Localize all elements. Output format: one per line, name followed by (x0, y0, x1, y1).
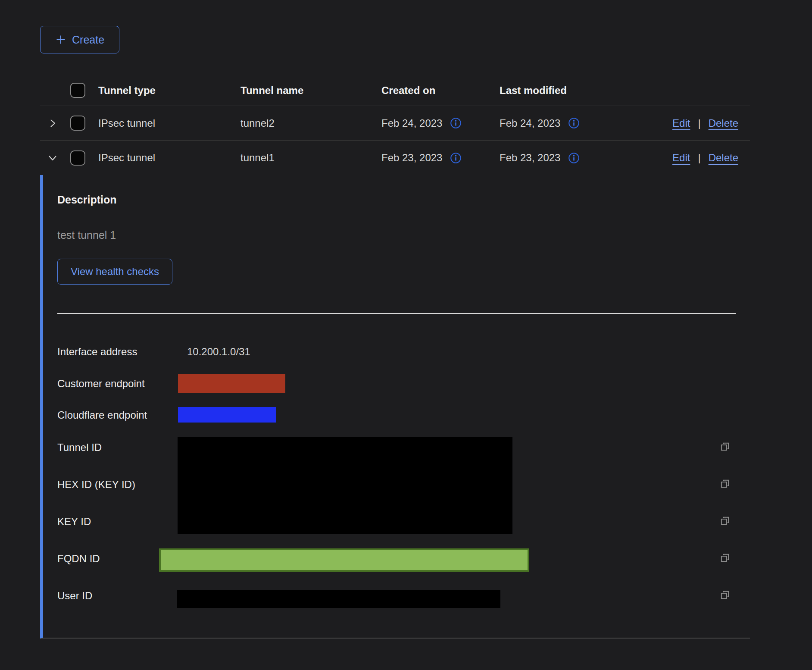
info-icon[interactable] (450, 117, 462, 129)
view-health-checks-button[interactable]: View health checks (57, 259, 172, 285)
tunnel-name-cell: tunnel2 (240, 117, 381, 129)
edit-link[interactable]: Edit (672, 117, 690, 129)
select-all-checkbox[interactable] (70, 83, 85, 98)
copy-icon[interactable] (719, 441, 731, 452)
chevron-right-icon[interactable] (47, 117, 59, 129)
row-checkbox[interactable] (70, 150, 85, 166)
edit-link[interactable]: Edit (672, 152, 690, 164)
fqdn-id-label: FQDN ID (57, 552, 100, 565)
info-icon[interactable] (450, 152, 462, 164)
user-id-label: User ID (57, 589, 92, 602)
tunnel-type-cell: IPsec tunnel (98, 152, 240, 164)
tunnel-name-cell: tunnel1 (240, 152, 381, 164)
user-id-redaction (177, 590, 500, 608)
fqdn-id-redaction (159, 548, 529, 572)
created-on-value: Feb 24, 2023 (381, 117, 442, 129)
customer-endpoint-label: Customer endpoint (57, 377, 145, 390)
create-button[interactable]: Create (40, 26, 119, 53)
row-checkbox[interactable] (70, 116, 85, 131)
cloudflare-endpoint-label: Cloudflare endpoint (57, 409, 147, 422)
tunnel-id-group-redaction (178, 437, 512, 534)
select-all-cell (63, 83, 98, 98)
tunnel-type-cell: IPsec tunnel (98, 117, 240, 129)
copy-icon[interactable] (719, 478, 731, 489)
description-label: Description (57, 193, 750, 206)
delete-link[interactable]: Delete (709, 152, 738, 164)
tunnel-detail-fields: Interface address Customer endpoint Clou… (57, 314, 750, 636)
header-tunnel-name: Tunnel name (240, 85, 381, 97)
action-separator: | (698, 152, 700, 164)
expanded-tunnel-details: Description test tunnel 1 View health ch… (40, 175, 750, 639)
interface-address-label: Interface address (57, 345, 137, 358)
table-header-row: Tunnel type Tunnel name Created on Last … (40, 75, 750, 106)
header-tunnel-type: Tunnel type (98, 85, 240, 97)
chevron-down-icon[interactable] (47, 152, 59, 164)
create-button-label: Create (72, 34, 104, 46)
header-created-on: Created on (381, 85, 500, 97)
plus-icon (55, 34, 66, 45)
hex-id-label: HEX ID (KEY ID) (57, 478, 135, 491)
customer-endpoint-redaction (178, 374, 285, 393)
created-on-value: Feb 23, 2023 (381, 152, 442, 164)
info-icon[interactable] (568, 152, 580, 164)
copy-icon[interactable] (719, 552, 731, 564)
key-id-label: KEY ID (57, 515, 91, 528)
copy-icon[interactable] (719, 515, 731, 526)
tunnels-page: Create Tunnel type Tunnel name Created o… (40, 26, 750, 639)
cloudflare-endpoint-redaction (178, 407, 276, 423)
copy-icon[interactable] (719, 589, 731, 601)
view-health-checks-label: View health checks (71, 266, 159, 278)
table-row: IPsec tunnel tunnel1 Feb 23, 2023 Feb 23… (40, 141, 750, 175)
action-separator: | (698, 117, 700, 129)
interface-address-value: 10.200.1.0/31 (187, 345, 250, 358)
table-row: IPsec tunnel tunnel2 Feb 24, 2023 Feb 24… (40, 106, 750, 141)
delete-link[interactable]: Delete (709, 117, 738, 129)
last-modified-value: Feb 24, 2023 (500, 117, 560, 129)
description-value: test tunnel 1 (57, 229, 750, 241)
tunnels-table: Tunnel type Tunnel name Created on Last … (40, 75, 750, 639)
info-icon[interactable] (568, 117, 580, 129)
tunnel-id-label: Tunnel ID (57, 441, 102, 454)
header-last-modified: Last modified (500, 85, 664, 97)
last-modified-value: Feb 23, 2023 (500, 152, 560, 164)
